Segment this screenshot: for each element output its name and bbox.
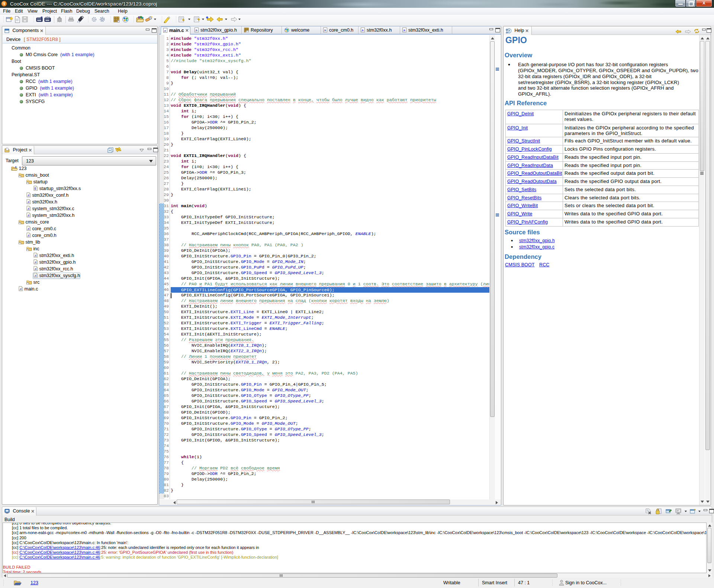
svg-text:S: S bbox=[34, 187, 36, 190]
svg-text:.c: .c bbox=[34, 260, 37, 264]
svg-text:.c: .c bbox=[27, 234, 30, 237]
svg-text:.c: .c bbox=[27, 200, 30, 204]
svg-text:.c: .c bbox=[27, 193, 30, 197]
svg-text:.c: .c bbox=[19, 287, 22, 291]
svg-text:.c: .c bbox=[27, 213, 30, 217]
svg-text:.c: .c bbox=[27, 227, 30, 231]
svg-text:.c: .c bbox=[34, 274, 37, 277]
svg-text:.c: .c bbox=[27, 207, 30, 211]
svg-text:?: ? bbox=[508, 29, 510, 33]
svg-text:.c: .c bbox=[34, 267, 37, 271]
svg-text:c: c bbox=[15, 166, 17, 169]
svg-text:.c: .c bbox=[34, 254, 37, 257]
